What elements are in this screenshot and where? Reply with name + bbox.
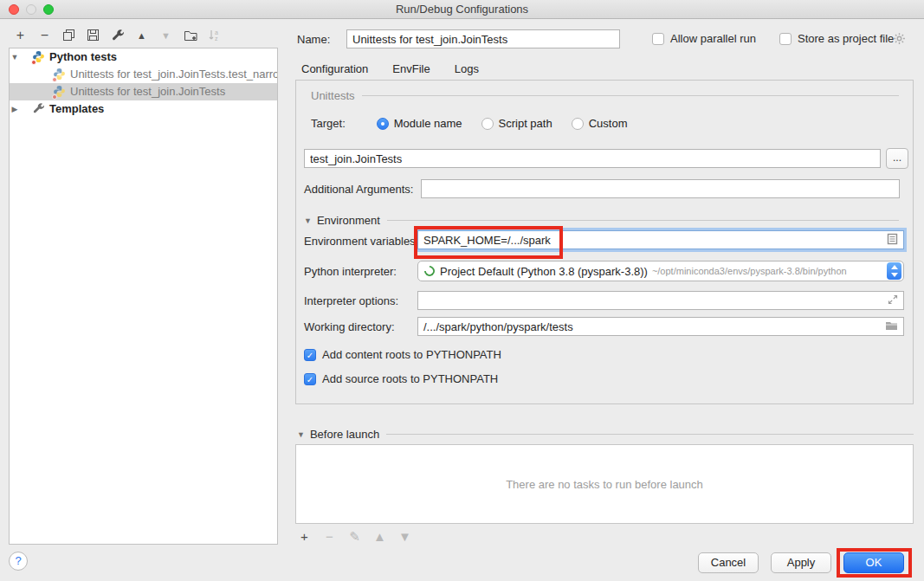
edit-templates-icon[interactable] bbox=[110, 28, 125, 42]
name-label: Name: bbox=[297, 33, 330, 46]
ok-button[interactable]: OK bbox=[843, 552, 904, 573]
radio-module-name-label[interactable]: Module name bbox=[394, 117, 462, 130]
tree-item-label: Unittests for test_join.JoinTests.test_n… bbox=[70, 66, 277, 83]
add-source-roots-checkbox[interactable]: ✓ Add source roots to PYTHONPATH bbox=[304, 372, 498, 385]
variables-list-icon[interactable] bbox=[887, 233, 898, 248]
python-tests-icon bbox=[32, 50, 46, 64]
browse-button[interactable]: ... bbox=[886, 148, 908, 169]
environment-variables-label: Environment variables: bbox=[304, 235, 418, 248]
python-config-icon bbox=[53, 85, 67, 99]
working-directory-input[interactable]: /.../spark/python/pyspark/tests bbox=[417, 317, 904, 336]
svg-text:a: a bbox=[215, 29, 218, 36]
add-task-icon[interactable]: + bbox=[297, 529, 312, 544]
module-name-input[interactable] bbox=[304, 149, 881, 168]
move-up-icon[interactable]: ▲ bbox=[134, 28, 149, 42]
tree-item-label: Unittests for test_join.JoinTests bbox=[70, 83, 225, 100]
add-source-roots-label: Add source roots to PYTHONPATH bbox=[322, 372, 498, 385]
expanded-arrow-icon[interactable]: ▼ bbox=[304, 216, 312, 225]
tab-bar: Configuration EnvFile Logs bbox=[297, 59, 491, 82]
before-launch-title: Before launch bbox=[310, 428, 379, 441]
gear-icon[interactable] bbox=[893, 32, 906, 48]
expand-field-icon[interactable] bbox=[888, 294, 898, 307]
python-interpreter-label: Python interpreter: bbox=[304, 265, 397, 278]
tree-item-unittests-test-narrow[interactable]: Unittests for test_join.JoinTests.test_n… bbox=[10, 66, 277, 83]
test-badge-icon bbox=[52, 94, 57, 100]
expanded-arrow-icon[interactable]: ▼ bbox=[10, 48, 20, 66]
allow-parallel-run-label: Allow parallel run bbox=[670, 32, 756, 45]
conda-environment-icon bbox=[423, 264, 437, 279]
cancel-button[interactable]: Cancel bbox=[698, 552, 759, 573]
edit-task-icon: ✎ bbox=[347, 529, 362, 544]
environment-section-header[interactable]: ▼ Environment bbox=[304, 214, 899, 227]
radio-script-path[interactable] bbox=[481, 118, 494, 130]
remove-task-icon: − bbox=[322, 529, 337, 544]
apply-button[interactable]: Apply bbox=[771, 552, 831, 573]
store-as-project-file-label: Store as project file bbox=[798, 32, 894, 45]
window-title: Run/Debug Configurations bbox=[0, 3, 924, 16]
allow-parallel-run-checkbox[interactable]: Allow parallel run bbox=[652, 32, 756, 45]
tree-item-templates[interactable]: ▶ Templates bbox=[10, 100, 277, 118]
before-launch-toolbar: + − ✎ ▲ ▼ bbox=[297, 529, 412, 544]
environment-section-title: Environment bbox=[317, 214, 380, 227]
move-task-down-icon: ▼ bbox=[397, 529, 412, 544]
move-down-icon: ▼ bbox=[158, 28, 173, 42]
add-content-roots-checkbox[interactable]: ✓ Add content roots to PYTHONPATH bbox=[304, 348, 501, 361]
name-input[interactable] bbox=[346, 29, 620, 48]
target-row: Target: Module name Script path Custom bbox=[311, 117, 627, 130]
before-launch-task-list: There are no tasks to run before launch bbox=[295, 444, 914, 524]
environment-variables-input[interactable]: SPARK_HOME=/.../spark bbox=[417, 230, 904, 249]
remove-configuration-icon[interactable]: − bbox=[37, 28, 52, 42]
help-button[interactable]: ? bbox=[9, 552, 28, 571]
add-content-roots-label: Add content roots to PYTHONPATH bbox=[322, 348, 501, 361]
python-interpreter-dropdown[interactable]: Project Default (Python 3.8 (pyspark-3.8… bbox=[417, 261, 904, 281]
checkbox-unchecked[interactable] bbox=[652, 33, 664, 45]
run-debug-configurations-dialog: Run/Debug Configurations + − ▲ ▼ az ▼ bbox=[0, 0, 924, 581]
svg-text:z: z bbox=[215, 36, 218, 42]
configurations-toolbar: + − ▲ ▼ az bbox=[13, 28, 222, 42]
test-badge-icon bbox=[31, 60, 36, 65]
save-configuration-icon[interactable] bbox=[86, 28, 100, 42]
radio-custom-label[interactable]: Custom bbox=[589, 117, 628, 130]
checkbox-unchecked[interactable] bbox=[779, 33, 792, 45]
additional-arguments-input[interactable] bbox=[421, 179, 900, 198]
configuration-panel: Unittests Target: Module name Script pat… bbox=[295, 80, 914, 404]
store-as-project-file-checkbox[interactable]: Store as project file bbox=[779, 32, 894, 45]
radio-module-name[interactable] bbox=[377, 118, 389, 130]
additional-arguments-label: Additional Arguments: bbox=[304, 183, 413, 196]
before-launch-section-header[interactable]: ▼ Before launch bbox=[297, 428, 914, 441]
unittests-group-title: Unittests bbox=[311, 89, 355, 102]
tree-item-python-tests[interactable]: ▼ Python tests bbox=[10, 48, 277, 66]
radio-custom[interactable] bbox=[572, 118, 584, 130]
working-directory-value: /.../spark/python/pyspark/tests bbox=[423, 320, 573, 333]
collapsed-arrow-icon[interactable]: ▶ bbox=[10, 100, 20, 118]
interpreter-options-label: Interpreter options: bbox=[304, 294, 398, 307]
sort-configurations-icon: az bbox=[207, 28, 222, 42]
tree-item-label: Python tests bbox=[49, 48, 117, 66]
tree-item-unittests-jointests[interactable]: Unittests for test_join.JoinTests bbox=[10, 83, 277, 100]
dropdown-stepper-icon[interactable] bbox=[887, 262, 901, 280]
environment-variables-value: SPARK_HOME=/.../spark bbox=[423, 234, 887, 247]
tab-configuration[interactable]: Configuration bbox=[297, 59, 380, 82]
python-interpreter-value: Project Default (Python 3.8 (pyspark-3.8… bbox=[440, 265, 648, 278]
before-launch-empty-message: There are no tasks to run before launch bbox=[506, 478, 703, 491]
tab-logs[interactable]: Logs bbox=[443, 59, 491, 82]
python-interpreter-path: ~/opt/miniconda3/envs/pyspark-3.8/bin/py… bbox=[652, 266, 883, 276]
checkbox-checked[interactable]: ✓ bbox=[304, 349, 316, 361]
copy-configuration-icon[interactable] bbox=[61, 28, 76, 42]
new-folder-icon[interactable] bbox=[183, 28, 197, 42]
move-task-up-icon: ▲ bbox=[372, 529, 387, 544]
configurations-tree: ▼ Python tests Unittests for test_join.J… bbox=[9, 48, 278, 545]
folder-browse-icon[interactable] bbox=[885, 320, 898, 333]
add-configuration-icon[interactable]: + bbox=[13, 28, 28, 42]
working-directory-label: Working directory: bbox=[304, 320, 395, 333]
expanded-arrow-icon[interactable]: ▼ bbox=[297, 430, 305, 439]
tab-envfile[interactable]: EnvFile bbox=[380, 59, 442, 82]
interpreter-options-input[interactable] bbox=[417, 291, 904, 310]
radio-script-path-label[interactable]: Script path bbox=[499, 117, 552, 130]
templates-wrench-icon bbox=[32, 102, 46, 116]
test-badge-icon bbox=[52, 77, 57, 82]
target-label: Target: bbox=[311, 117, 346, 130]
tree-item-label: Templates bbox=[49, 100, 104, 118]
checkbox-checked[interactable]: ✓ bbox=[304, 373, 316, 385]
unittests-group-header: Unittests bbox=[311, 89, 899, 102]
